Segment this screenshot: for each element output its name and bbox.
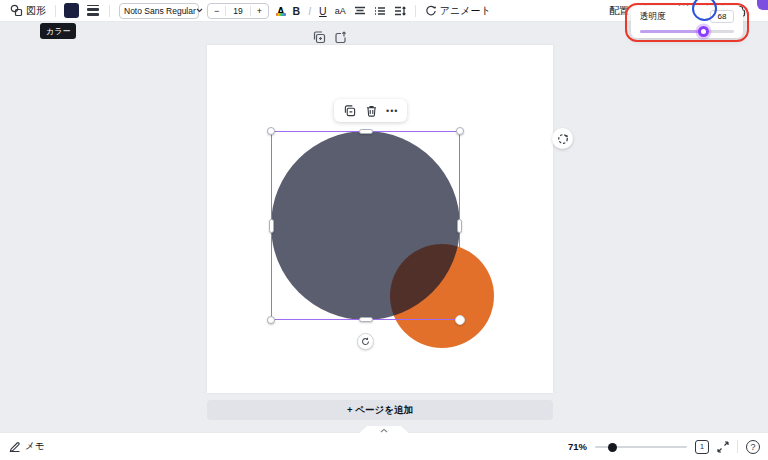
italic-button[interactable]: I: [304, 5, 315, 17]
element-context-toolbar: •••: [334, 99, 407, 122]
list-icon: [374, 6, 386, 16]
border-weight-icon[interactable]: [87, 5, 99, 17]
shapes-icon: [10, 4, 23, 17]
slider-thumb[interactable]: [698, 26, 709, 37]
resize-handle-bottom[interactable]: [359, 317, 373, 322]
duplicate-page-button[interactable]: [313, 31, 326, 44]
duplicate-element-button[interactable]: [340, 105, 360, 117]
animate-icon: [425, 5, 437, 17]
shape-label: 図形: [26, 4, 46, 18]
text-align-button[interactable]: [350, 6, 370, 16]
fill-color-swatch[interactable]: [64, 3, 79, 18]
align-center-icon: [354, 6, 366, 16]
font-size-value[interactable]: 19: [225, 6, 250, 16]
notes-pencil-icon: [9, 441, 21, 453]
position-button[interactable]: 配置: [605, 0, 633, 21]
fullscreen-button[interactable]: [717, 441, 729, 453]
divider: [737, 440, 738, 453]
transparency-panel: 透明度 68: [631, 6, 743, 38]
resize-handle-top[interactable]: [359, 129, 373, 134]
text-case-button[interactable]: aA: [331, 6, 350, 16]
transparency-value-input[interactable]: 68: [710, 10, 734, 23]
text-color-button[interactable]: A: [273, 5, 289, 17]
notes-button[interactable]: メモ: [0, 440, 44, 453]
rotate-icon: [361, 337, 370, 346]
rotate-handle[interactable]: [357, 333, 374, 350]
add-comment-button[interactable]: [552, 128, 573, 149]
slider-fill: [640, 30, 704, 33]
more-options-button[interactable]: •••: [383, 106, 401, 116]
zoom-level: 71%: [568, 441, 587, 452]
add-page-icon-button[interactable]: [334, 31, 347, 44]
divider: [415, 5, 416, 17]
workspace: ••• + ページを追加: [0, 22, 768, 432]
page-indicator-button[interactable]: 1: [695, 440, 709, 454]
dashed-circle-plus-icon: [557, 133, 569, 145]
cut-off-purple-button: [757, 0, 768, 10]
zoom-slider-thumb[interactable]: [608, 443, 617, 452]
chevron-down-icon: [196, 8, 203, 13]
resize-handle-top-left[interactable]: [267, 127, 275, 135]
selection-box: [271, 131, 460, 320]
underline-button[interactable]: U: [315, 5, 331, 17]
bold-button[interactable]: B: [289, 5, 305, 17]
divider: [109, 5, 110, 17]
add-page-button[interactable]: + ページを追加: [207, 400, 553, 420]
font-size-decrease-button[interactable]: −: [208, 6, 225, 16]
delete-element-button[interactable]: [362, 105, 381, 117]
bullet-list-button[interactable]: [370, 6, 390, 16]
resize-handle-bottom-left[interactable]: [267, 316, 275, 324]
status-bar: メモ 71% 1 ?: [0, 432, 768, 460]
notes-label: メモ: [25, 440, 44, 453]
animate-button[interactable]: アニメート: [421, 0, 495, 21]
divider: [55, 5, 56, 17]
font-size-stepper: − 19 +: [207, 3, 269, 19]
resize-handle-left[interactable]: [269, 219, 274, 233]
resize-handle-bottom-right[interactable]: [455, 315, 465, 325]
transparency-label: 透明度: [640, 11, 666, 23]
chevron-up-icon: [380, 428, 388, 433]
spacing-icon: [394, 6, 406, 16]
font-size-increase-button[interactable]: +: [251, 6, 268, 16]
transparency-slider[interactable]: [640, 25, 734, 37]
resize-handle-right[interactable]: [457, 219, 462, 233]
color-tooltip: カラー: [40, 23, 76, 39]
font-family-select[interactable]: Noto Sans Regular: [119, 3, 199, 19]
zoom-slider[interactable]: [595, 441, 687, 453]
resize-handle-top-right[interactable]: [456, 127, 464, 135]
shape-button[interactable]: 図形: [6, 0, 50, 21]
font-name: Noto Sans Regular: [124, 6, 196, 16]
help-button[interactable]: ?: [746, 440, 760, 454]
line-spacing-button[interactable]: [390, 6, 410, 16]
animate-label: アニメート: [440, 4, 491, 18]
